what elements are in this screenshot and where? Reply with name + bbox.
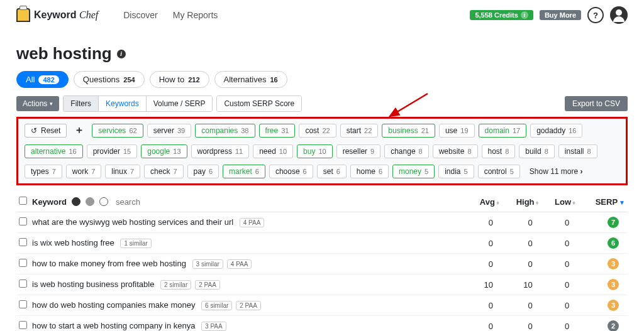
- col-low[interactable]: Low♦: [541, 192, 579, 212]
- tab-volume-serp[interactable]: Volume / SERP: [147, 96, 213, 111]
- row-checkbox[interactable]: [19, 259, 27, 267]
- avatar[interactable]: [610, 6, 628, 24]
- tab-how-to[interactable]: How to 212: [150, 71, 209, 88]
- row-checkbox[interactable]: [19, 300, 27, 308]
- nav-my-reports[interactable]: My Reports: [173, 10, 218, 20]
- filter-chip-wordpress[interactable]: wordpress 11: [191, 144, 250, 158]
- keyword-cell[interactable]: how to make money from free web hosting …: [30, 254, 467, 274]
- col-high[interactable]: High♦: [502, 192, 541, 212]
- filter-chip-use[interactable]: use 19: [439, 124, 475, 138]
- row-checkbox[interactable]: [19, 238, 27, 246]
- filter-chip-google[interactable]: google 13: [141, 144, 187, 158]
- info-dot-icon: i: [521, 11, 528, 19]
- keyword-cell[interactable]: is wix web hosting free 1 similar: [30, 233, 467, 254]
- filter-chip-money[interactable]: money 5: [392, 165, 435, 178]
- avg-cell: 0: [467, 212, 502, 233]
- add-filter-button[interactable]: ＋: [70, 122, 88, 138]
- score-tab-group: Custom SERP Score: [216, 95, 302, 112]
- filter-chip-host[interactable]: host 8: [482, 144, 516, 158]
- filter-chip-check[interactable]: check 7: [144, 165, 183, 178]
- low-cell: 0: [541, 274, 579, 295]
- serp-badge: 6: [608, 237, 619, 249]
- page-title: web hosting i: [16, 44, 628, 63]
- filter-chip-change[interactable]: change 8: [384, 144, 429, 158]
- avg-cell: 0: [467, 233, 502, 254]
- filter-chip-start[interactable]: start 22: [340, 124, 379, 138]
- table-row: what are the wysiwyg web hosting service…: [16, 212, 628, 233]
- view-tabs: Filters Keywords Volume / SERP: [63, 95, 213, 112]
- export-csv-button[interactable]: Export to CSV: [565, 96, 628, 111]
- keyword-cell[interactable]: how to start a web hosting company in ke…: [30, 316, 467, 332]
- nav-discover[interactable]: Discover: [123, 10, 157, 20]
- filter-chip-business[interactable]: business 21: [382, 124, 435, 138]
- tab-keywords[interactable]: Keywords: [99, 96, 147, 111]
- filter-chip-pay[interactable]: pay 6: [187, 165, 219, 178]
- filter-chip-india[interactable]: india 5: [438, 165, 474, 178]
- filter-chip-reseller[interactable]: reseller 9: [336, 144, 380, 158]
- filter-chip-alternative[interactable]: alternative 16: [25, 144, 83, 158]
- filter-chip-buy[interactable]: buy 10: [297, 144, 333, 158]
- keyword-filter-panel: ↺ Reset ＋ services 62server 39companies …: [16, 117, 628, 185]
- row-checkbox[interactable]: [19, 279, 27, 288]
- col-avg[interactable]: Avg♦: [467, 192, 502, 212]
- filter-dot-icon[interactable]: [86, 197, 94, 206]
- filter-chip-work[interactable]: work 7: [66, 165, 101, 178]
- filter-chip-free[interactable]: free 31: [259, 124, 296, 138]
- keyword-cell[interactable]: is web hosting business profitable 2 sim…: [30, 274, 467, 295]
- serp-badge: 2: [608, 320, 619, 331]
- tab-custom-score[interactable]: Custom SERP Score: [217, 96, 301, 111]
- filter-chip-services[interactable]: services 62: [92, 124, 143, 138]
- high-cell: 0: [502, 316, 541, 332]
- row-tag: 2 PAA: [236, 301, 261, 310]
- filter-chip-cost[interactable]: cost 22: [299, 124, 336, 138]
- keyword-cell[interactable]: what are the wysiwyg web hosting service…: [30, 212, 467, 233]
- filter-chip-build[interactable]: build 8: [519, 144, 554, 158]
- row-checkbox[interactable]: [19, 321, 27, 329]
- filter-chip-choose[interactable]: choose 6: [269, 165, 313, 178]
- filter-chip-companies[interactable]: companies 38: [195, 124, 255, 138]
- filter-chip-provider[interactable]: provider 15: [87, 144, 138, 158]
- tab-filters[interactable]: Filters: [64, 96, 99, 111]
- serp-badge: 3: [608, 300, 619, 311]
- low-cell: 0: [541, 254, 579, 274]
- filter-chip-godaddy[interactable]: godaddy 16: [530, 124, 582, 138]
- tab-questions[interactable]: Questions 254: [74, 71, 145, 88]
- show-more-button[interactable]: Show 11 more: [524, 165, 589, 178]
- buy-more-button[interactable]: Buy More: [540, 10, 581, 20]
- col-serp[interactable]: SERP▼: [578, 192, 628, 212]
- attention-arrow-icon: [387, 92, 431, 119]
- filter-chip-install[interactable]: install 8: [558, 144, 597, 158]
- row-tag: 4 PAA: [240, 218, 265, 227]
- low-cell: 0: [541, 212, 579, 233]
- tab-alternatives[interactable]: Alternatives 16: [214, 71, 287, 88]
- filter-chip-website[interactable]: website 8: [433, 144, 478, 158]
- filter-chip-control[interactable]: control 5: [478, 165, 520, 178]
- logo[interactable]: Keyword Chef: [16, 8, 98, 22]
- tab-all[interactable]: All 482: [16, 71, 69, 88]
- filter-dot-icon[interactable]: [99, 197, 108, 206]
- filter-chip-market[interactable]: market 6: [223, 165, 265, 178]
- filter-chip-linux[interactable]: linux 7: [105, 165, 140, 178]
- col-keyword[interactable]: Keyword: [32, 197, 67, 207]
- info-icon[interactable]: i: [117, 50, 126, 58]
- select-all-checkbox[interactable]: [19, 197, 27, 205]
- serp-badge: 3: [608, 279, 619, 290]
- filter-chip-need[interactable]: need 10: [253, 144, 293, 158]
- filter-dot-icon[interactable]: [72, 197, 80, 206]
- search-input[interactable]: [116, 197, 179, 207]
- filter-chip-types[interactable]: types 7: [25, 165, 62, 178]
- actions-button[interactable]: Actions: [16, 96, 59, 111]
- filter-chip-server[interactable]: server 39: [147, 124, 192, 138]
- filter-chip-home[interactable]: home 6: [350, 165, 389, 178]
- toolbar: Actions Filters Keywords Volume / SERP C…: [16, 95, 628, 112]
- avg-cell: 10: [467, 274, 502, 295]
- filter-chip-domain[interactable]: domain 17: [479, 124, 527, 138]
- high-cell: 10: [502, 274, 541, 295]
- row-checkbox[interactable]: [19, 217, 27, 225]
- filter-chip-set[interactable]: set 6: [317, 165, 347, 178]
- avg-cell: 0: [467, 295, 502, 316]
- help-icon[interactable]: ?: [587, 7, 604, 23]
- reset-button[interactable]: ↺ Reset: [25, 124, 67, 138]
- keyword-cell[interactable]: how do web hosting companies make money …: [30, 295, 467, 316]
- svg-line-0: [390, 94, 428, 116]
